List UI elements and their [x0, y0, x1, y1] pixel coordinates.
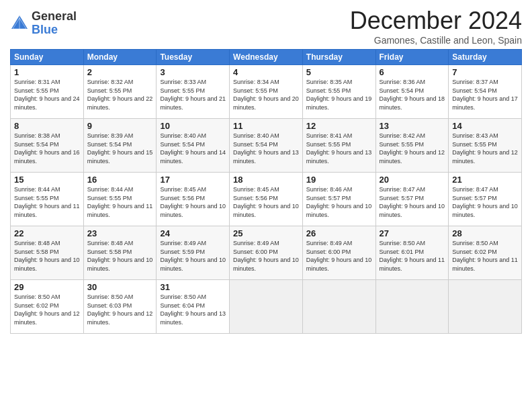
daylight-label: Daylight: 9 hours and 10 minutes. — [452, 203, 518, 218]
sunrise-label: Sunrise: 8:32 AM — [87, 79, 134, 85]
sunrise-label: Sunrise: 8:36 AM — [380, 79, 426, 85]
daylight-label: Daylight: 9 hours and 10 minutes. — [14, 257, 80, 272]
day-number: 30 — [87, 282, 153, 292]
day-number: 1 — [14, 67, 80, 77]
sunrise-label: Sunrise: 8:37 AM — [452, 79, 498, 85]
day-info: Sunrise: 8:36 AM Sunset: 5:54 PM Dayligh… — [380, 78, 445, 111]
sunrise-label: Sunrise: 8:47 AM — [380, 186, 426, 193]
daylight-label: Daylight: 9 hours and 12 minutes. — [380, 149, 445, 165]
day-number: 28 — [452, 228, 518, 238]
sunrise-label: Sunrise: 8:50 AM — [452, 240, 498, 246]
daylight-label: Daylight: 9 hours and 20 minutes. — [233, 95, 299, 111]
sunrise-label: Sunrise: 8:49 AM — [306, 240, 353, 246]
sunrise-label: Sunrise: 8:35 AM — [306, 79, 353, 85]
calendar-cell: 11 Sunrise: 8:40 AM Sunset: 5:54 PM Dayl… — [230, 119, 303, 173]
day-info: Sunrise: 8:48 AM Sunset: 5:58 PM Dayligh… — [14, 239, 80, 273]
day-info: Sunrise: 8:43 AM Sunset: 5:55 PM Dayligh… — [452, 132, 518, 165]
calendar-cell: 16 Sunrise: 8:44 AM Sunset: 5:55 PM Dayl… — [83, 173, 157, 226]
sunset-label: Sunset: 5:54 PM — [452, 87, 497, 94]
day-info: Sunrise: 8:50 AM Sunset: 6:02 PM Dayligh… — [14, 293, 80, 326]
calendar-cell: 21 Sunrise: 8:47 AM Sunset: 5:57 PM Dayl… — [449, 173, 522, 226]
calendar-cell: 30 Sunrise: 8:50 AM Sunset: 6:03 PM Dayl… — [83, 280, 157, 334]
sunrise-label: Sunrise: 8:34 AM — [233, 79, 279, 85]
daylight-label: Daylight: 9 hours and 16 minutes. — [14, 149, 80, 165]
daylight-label: Daylight: 9 hours and 19 minutes. — [306, 95, 372, 111]
day-info: Sunrise: 8:41 AM Sunset: 5:55 PM Dayligh… — [306, 132, 372, 165]
day-number: 23 — [87, 228, 153, 238]
calendar-cell: 10 Sunrise: 8:40 AM Sunset: 5:54 PM Dayl… — [157, 119, 230, 173]
sunrise-label: Sunrise: 8:49 AM — [160, 240, 206, 246]
day-number: 15 — [14, 175, 80, 185]
sunrise-label: Sunrise: 8:33 AM — [160, 79, 206, 85]
sunrise-label: Sunrise: 8:49 AM — [233, 240, 279, 246]
sunset-label: Sunset: 5:55 PM — [14, 195, 59, 201]
daylight-label: Daylight: 9 hours and 13 minutes. — [306, 149, 372, 165]
sunrise-label: Sunrise: 8:43 AM — [452, 132, 498, 139]
sunset-label: Sunset: 5:57 PM — [452, 195, 497, 201]
calendar-cell: 17 Sunrise: 8:45 AM Sunset: 5:56 PM Dayl… — [157, 173, 230, 226]
calendar-cell: 19 Sunrise: 8:46 AM Sunset: 5:57 PM Dayl… — [302, 173, 375, 226]
day-info: Sunrise: 8:32 AM Sunset: 5:55 PM Dayligh… — [87, 78, 153, 111]
day-info: Sunrise: 8:45 AM Sunset: 5:56 PM Dayligh… — [160, 185, 226, 219]
day-number: 3 — [160, 67, 226, 77]
sunset-label: Sunset: 6:04 PM — [160, 302, 205, 309]
day-info: Sunrise: 8:50 AM Sunset: 6:02 PM Dayligh… — [452, 239, 518, 273]
day-info: Sunrise: 8:34 AM Sunset: 5:55 PM Dayligh… — [233, 78, 299, 111]
sunset-label: Sunset: 5:55 PM — [380, 141, 425, 148]
day-info: Sunrise: 8:40 AM Sunset: 5:54 PM Dayligh… — [160, 132, 226, 165]
daylight-label: Daylight: 9 hours and 21 minutes. — [160, 95, 226, 111]
sunset-label: Sunset: 5:54 PM — [233, 141, 278, 148]
location: Gamones, Castille and Leon, Spain — [350, 35, 522, 46]
sunset-label: Sunset: 5:58 PM — [14, 248, 59, 255]
day-number: 5 — [306, 67, 372, 77]
weekday-header-tuesday: Tuesday — [157, 50, 230, 65]
calendar-cell: 29 Sunrise: 8:50 AM Sunset: 6:02 PM Dayl… — [11, 280, 84, 334]
sunrise-label: Sunrise: 8:50 AM — [380, 240, 426, 246]
daylight-label: Daylight: 9 hours and 13 minutes. — [233, 149, 299, 165]
calendar-cell: 28 Sunrise: 8:50 AM Sunset: 6:02 PM Dayl… — [449, 226, 522, 280]
calendar-cell: 6 Sunrise: 8:36 AM Sunset: 5:54 PM Dayli… — [375, 65, 449, 119]
sunset-label: Sunset: 6:02 PM — [452, 248, 497, 255]
day-info: Sunrise: 8:40 AM Sunset: 5:54 PM Dayligh… — [233, 132, 299, 165]
weekday-header-saturday: Saturday — [449, 50, 522, 65]
calendar-week-1: 1 Sunrise: 8:31 AM Sunset: 5:55 PM Dayli… — [11, 65, 522, 119]
day-number: 4 — [233, 67, 299, 77]
logo-line1: General — [32, 10, 77, 24]
sunrise-label: Sunrise: 8:46 AM — [306, 186, 353, 193]
daylight-label: Daylight: 9 hours and 10 minutes. — [306, 257, 372, 272]
day-number: 26 — [306, 228, 372, 238]
day-info: Sunrise: 8:38 AM Sunset: 5:54 PM Dayligh… — [14, 132, 80, 165]
calendar-week-4: 22 Sunrise: 8:48 AM Sunset: 5:58 PM Dayl… — [11, 226, 522, 280]
calendar-cell: 27 Sunrise: 8:50 AM Sunset: 6:01 PM Dayl… — [375, 226, 449, 280]
logo-line2: Blue — [32, 24, 77, 37]
calendar-cell: 3 Sunrise: 8:33 AM Sunset: 5:55 PM Dayli… — [157, 65, 230, 119]
sunset-label: Sunset: 5:58 PM — [87, 248, 132, 255]
daylight-label: Daylight: 9 hours and 11 minutes. — [14, 203, 80, 218]
sunrise-label: Sunrise: 8:47 AM — [452, 186, 498, 193]
sunrise-label: Sunrise: 8:50 AM — [160, 293, 206, 300]
day-number: 8 — [14, 121, 80, 131]
day-number: 29 — [14, 282, 80, 292]
sunset-label: Sunset: 5:55 PM — [306, 87, 351, 94]
day-number: 7 — [452, 67, 518, 77]
day-number: 6 — [380, 67, 445, 77]
day-number: 17 — [160, 175, 226, 185]
daylight-label: Daylight: 9 hours and 12 minutes. — [14, 310, 80, 326]
sunset-label: Sunset: 5:55 PM — [452, 141, 497, 148]
header: General Blue December 2024 Gamones, Cast… — [10, 7, 522, 46]
sunset-label: Sunset: 6:02 PM — [14, 302, 59, 309]
weekday-header-sunday: Sunday — [11, 50, 84, 65]
day-info: Sunrise: 8:33 AM Sunset: 5:55 PM Dayligh… — [160, 78, 226, 111]
day-number: 20 — [380, 175, 445, 185]
sunset-label: Sunset: 5:54 PM — [380, 87, 425, 94]
daylight-label: Daylight: 9 hours and 15 minutes. — [87, 149, 153, 165]
weekday-header-monday: Monday — [83, 50, 157, 65]
sunset-label: Sunset: 5:57 PM — [380, 195, 425, 201]
day-info: Sunrise: 8:45 AM Sunset: 5:56 PM Dayligh… — [233, 185, 299, 219]
calendar-week-3: 15 Sunrise: 8:44 AM Sunset: 5:55 PM Dayl… — [11, 173, 522, 226]
calendar-header-row: SundayMondayTuesdayWednesdayThursdayFrid… — [11, 50, 522, 65]
sunrise-label: Sunrise: 8:50 AM — [87, 293, 134, 300]
sunset-label: Sunset: 5:55 PM — [160, 87, 205, 94]
sunrise-label: Sunrise: 8:50 AM — [14, 293, 60, 300]
sunrise-label: Sunrise: 8:40 AM — [160, 132, 206, 139]
